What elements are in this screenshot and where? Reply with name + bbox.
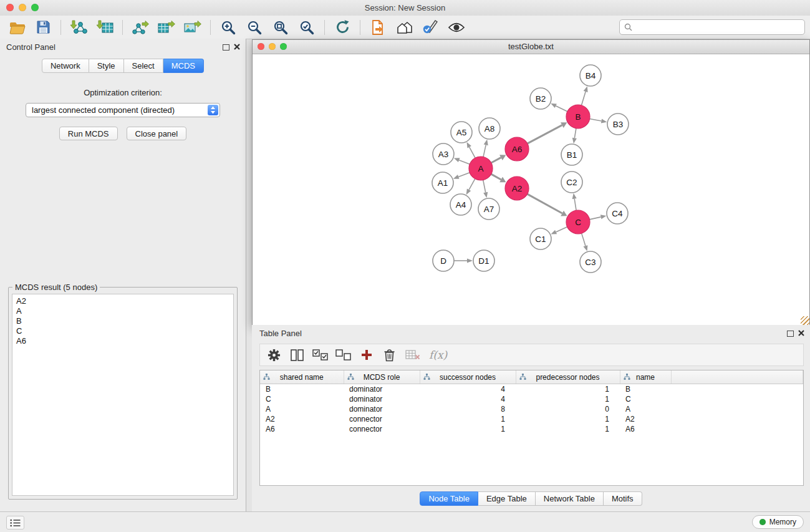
graph-node-A6[interactable]: A6 <box>505 137 529 161</box>
open-session-button[interactable] <box>4 17 30 37</box>
add-column-button[interactable] <box>355 346 378 364</box>
toggle-columns-button[interactable] <box>286 346 309 364</box>
graph-node-A7[interactable]: A7 <box>478 198 499 220</box>
edge-C-C3[interactable] <box>582 233 586 246</box>
tab-network-table[interactable]: Network Table <box>536 491 604 506</box>
table-cell[interactable]: 1 <box>516 414 620 424</box>
graph-node-A5[interactable]: A5 <box>451 122 472 143</box>
close-panel-icon[interactable] <box>234 44 240 50</box>
table-cell[interactable]: dominator <box>344 394 420 404</box>
graph-node-B4[interactable]: B4 <box>580 65 601 86</box>
mcds-result-item[interactable]: A <box>16 306 233 316</box>
tab-network[interactable]: Network <box>42 59 89 73</box>
zoom-out-button[interactable] <box>241 17 268 37</box>
edge-A-A3[interactable] <box>459 160 470 165</box>
table-cell[interactable]: B <box>260 384 344 395</box>
minimize-window-button[interactable] <box>19 4 26 11</box>
table-cell[interactable]: A2 <box>260 414 344 424</box>
table-cell[interactable]: A2 <box>620 414 671 424</box>
delete-column-button[interactable] <box>401 346 424 364</box>
mcds-result-item[interactable]: A2 <box>16 296 233 306</box>
edge-C-C1[interactable] <box>556 227 567 232</box>
graph-node-C3[interactable]: C3 <box>580 251 601 273</box>
table-cell[interactable]: dominator <box>344 384 420 395</box>
table-cell[interactable]: dominator <box>344 404 420 414</box>
graph-node-B3[interactable]: B3 <box>607 114 629 135</box>
edge-A6-B[interactable] <box>528 125 562 144</box>
network-minimize-button[interactable] <box>269 43 276 50</box>
table-cell[interactable]: 1 <box>420 414 516 424</box>
table-row[interactable]: A2connector11A2 <box>260 414 803 424</box>
table-cell[interactable]: A6 <box>620 424 671 434</box>
tab-motifs[interactable]: Motifs <box>604 491 642 506</box>
graph-node-C[interactable]: C <box>566 210 590 234</box>
edge-A-A6[interactable] <box>491 158 501 163</box>
export-network-button[interactable] <box>127 17 153 37</box>
table-cell[interactable]: 4 <box>420 384 516 395</box>
maximize-window-button[interactable] <box>31 4 39 11</box>
graph-node-B1[interactable]: B1 <box>561 144 582 165</box>
close-table-panel-icon[interactable] <box>798 330 804 336</box>
edge-A-A5[interactable] <box>470 147 475 158</box>
memory-button[interactable]: Memory <box>752 515 804 529</box>
import-network-button[interactable] <box>65 17 92 37</box>
float-table-panel-icon[interactable] <box>787 331 794 337</box>
graph-node-A2[interactable]: A2 <box>505 177 529 200</box>
table-cell[interactable]: 4 <box>420 394 516 404</box>
table-cell[interactable]: 1 <box>420 424 516 434</box>
edge-A-A4[interactable] <box>469 179 475 190</box>
deselect-all-button[interactable] <box>332 346 355 364</box>
export-table-button[interactable] <box>153 17 180 37</box>
table-cell[interactable]: C <box>620 394 671 404</box>
table-cell[interactable]: B <box>620 384 671 395</box>
mcds-result-list[interactable]: A2ABCA6 <box>12 294 234 496</box>
resize-grip[interactable] <box>801 316 809 325</box>
graph-node-B[interactable]: B <box>566 105 590 128</box>
mcds-result-item[interactable]: C <box>16 326 233 336</box>
table-row[interactable]: Bdominator41B <box>260 384 803 395</box>
tab-node-table[interactable]: Node Table <box>420 491 478 506</box>
table-cell[interactable]: A <box>260 404 344 414</box>
select-all-button[interactable] <box>309 346 332 364</box>
home-button[interactable] <box>391 17 417 37</box>
tab-edge-table[interactable]: Edge Table <box>478 491 536 506</box>
mcds-result-item[interactable]: B <box>16 316 233 326</box>
graph-node-C1[interactable]: C1 <box>530 228 551 249</box>
table-cell[interactable]: 1 <box>516 384 620 395</box>
tab-style[interactable]: Style <box>89 59 124 73</box>
optimization-criterion-select[interactable]: largest connected component (directed) <box>26 103 220 117</box>
edge-B-B4[interactable] <box>582 92 586 105</box>
network-graph[interactable]: B4B2BB3A5A8A6B1A3AC2A1A2A4A7C4CC1C3DD1 <box>253 54 809 325</box>
close-window-button[interactable] <box>6 4 14 11</box>
graph-node-A3[interactable]: A3 <box>433 143 454 165</box>
edge-A-A1[interactable] <box>458 173 470 177</box>
table-row[interactable]: Cdominator41C <box>260 394 803 404</box>
style-validator-button[interactable] <box>417 17 443 37</box>
graph-node-A8[interactable]: A8 <box>479 118 500 139</box>
task-history-button[interactable] <box>6 516 24 530</box>
graph-node-C4[interactable]: C4 <box>607 203 628 224</box>
table-cell[interactable]: 8 <box>420 404 516 414</box>
zoom-fit-button[interactable] <box>268 17 294 37</box>
import-database-button[interactable] <box>365 17 391 37</box>
graphics-details-button[interactable] <box>443 17 470 37</box>
tab-select[interactable]: Select <box>124 59 163 73</box>
delete-button[interactable] <box>378 346 401 364</box>
edge-B-B1[interactable] <box>574 128 576 138</box>
export-image-button[interactable] <box>180 17 206 37</box>
column-header-MCDS-role[interactable]: MCDS role <box>344 370 420 384</box>
edge-A2-C[interactable] <box>528 194 562 213</box>
zoom-in-button[interactable] <box>215 17 241 37</box>
table-row[interactable]: A6connector11A6 <box>260 424 803 434</box>
table-cell[interactable]: A6 <box>260 424 344 434</box>
import-table-button[interactable] <box>92 17 118 37</box>
function-builder-button[interactable]: f(x) <box>429 349 447 361</box>
close-panel-button[interactable]: Close panel <box>127 127 187 140</box>
zoom-selected-button[interactable] <box>294 17 320 37</box>
table-cell[interactable]: 1 <box>516 424 620 434</box>
graph-node-A4[interactable]: A4 <box>450 194 471 215</box>
edge-B-B3[interactable] <box>590 119 602 122</box>
column-header-predecessor-nodes[interactable]: predecessor nodes <box>516 370 620 384</box>
table-settings-button[interactable] <box>263 346 286 364</box>
graph-node-C2[interactable]: C2 <box>561 172 582 193</box>
